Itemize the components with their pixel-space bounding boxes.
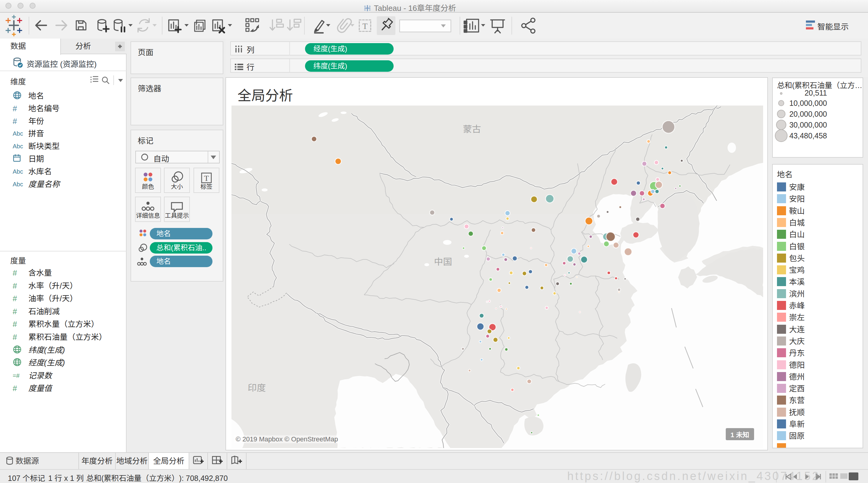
svg-text:T: T <box>204 174 209 183</box>
svg-text:T: T <box>362 22 367 31</box>
